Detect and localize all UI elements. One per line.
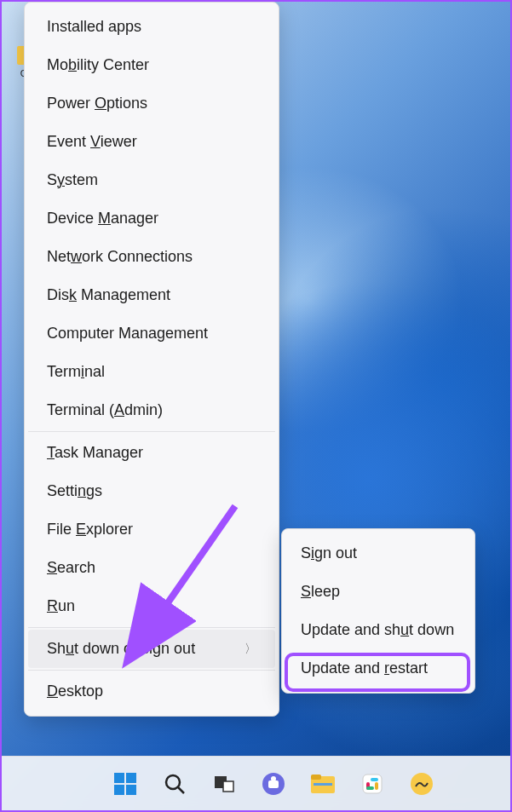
slack-icon[interactable] (358, 769, 387, 798)
svg-rect-11 (268, 780, 279, 788)
app-icon[interactable] (407, 769, 436, 798)
svg-rect-15 (314, 783, 332, 786)
menu-item-label: Terminal (47, 363, 105, 381)
menu-item-label: Update and shut down (301, 621, 454, 638)
menu-item-mobility-center[interactable]: Mobility Center (28, 46, 275, 84)
svg-rect-2 (114, 773, 124, 783)
menu-item-label: Sleep (301, 583, 340, 600)
menu-item-settings[interactable]: Settings (28, 472, 275, 510)
menu-separator (28, 627, 275, 628)
submenu-item-update-and-restart[interactable]: Update and restart (285, 649, 471, 688)
menu-item-label: System (47, 171, 98, 189)
svg-line-7 (178, 787, 184, 793)
menu-item-label: Event Viewer (47, 133, 137, 151)
menu-item-disk-management[interactable]: Disk Management (28, 276, 275, 314)
menu-item-installed-apps[interactable]: Installed apps (28, 8, 275, 46)
menu-item-power-options[interactable]: Power Options (28, 84, 275, 123)
search-icon[interactable] (160, 769, 189, 798)
menu-item-search[interactable]: Search (28, 549, 275, 587)
menu-item-terminal-admin[interactable]: Terminal (Admin) (28, 391, 275, 429)
start-button[interactable] (111, 769, 140, 798)
menu-item-label: Shut down or sign out (47, 640, 195, 658)
svg-rect-18 (371, 778, 378, 781)
menu-item-network-connections[interactable]: Network Connections (28, 238, 275, 276)
menu-item-desktop[interactable]: Desktop (28, 672, 275, 711)
menu-item-run[interactable]: Run (28, 587, 275, 625)
menu-separator (28, 670, 275, 671)
menu-item-computer-management[interactable]: Computer Management (28, 314, 275, 353)
menu-item-file-explorer[interactable]: File Explorer (28, 510, 275, 549)
teams-icon[interactable] (259, 769, 288, 798)
menu-item-label: Run (47, 597, 75, 615)
svg-rect-9 (223, 781, 233, 792)
menu-item-label: Update and restart (301, 659, 428, 677)
menu-item-label: Search (47, 559, 95, 577)
svg-rect-20 (366, 786, 374, 790)
menu-item-device-manager[interactable]: Device Manager (28, 199, 275, 238)
menu-item-label: Disk Management (47, 286, 170, 304)
menu-item-event-viewer[interactable]: Event Viewer (28, 123, 275, 161)
submenu-item-sign-out[interactable]: Sign out (285, 534, 471, 573)
menu-item-label: Settings (47, 482, 102, 500)
menu-item-label: File Explorer (47, 521, 133, 538)
menu-item-label: Installed apps (47, 18, 141, 36)
svg-rect-5 (126, 785, 136, 795)
menu-item-label: Task Manager (47, 444, 143, 462)
task-view-icon[interactable] (210, 769, 239, 798)
svg-rect-3 (126, 773, 136, 783)
menu-item-label: Desktop (47, 682, 103, 700)
menu-item-label: Network Connections (47, 248, 193, 266)
svg-rect-19 (375, 782, 378, 790)
winx-context-menu: Installed appsMobility CenterPower Optio… (24, 2, 279, 717)
file-explorer-icon[interactable] (308, 769, 337, 798)
menu-item-label: Computer Management (47, 325, 208, 343)
menu-item-label: Mobility Center (47, 56, 149, 74)
menu-item-label: Power Options (47, 95, 147, 112)
submenu-item-sleep[interactable]: Sleep (285, 573, 471, 611)
submenu-item-update-and-shut-down[interactable]: Update and shut down (285, 611, 471, 649)
svg-point-12 (271, 776, 276, 781)
svg-rect-14 (311, 775, 321, 780)
svg-rect-16 (363, 775, 382, 793)
chevron-right-icon: 〉 (244, 642, 256, 657)
menu-item-label: Device Manager (47, 210, 158, 227)
menu-item-terminal[interactable]: Terminal (28, 353, 275, 391)
svg-rect-4 (114, 785, 124, 795)
shutdown-submenu: Sign outSleepUpdate and shut downUpdate … (281, 528, 475, 694)
svg-point-6 (166, 775, 180, 789)
menu-separator (28, 431, 275, 432)
menu-item-label: Terminal (Admin) (47, 401, 163, 419)
menu-item-task-manager[interactable]: Task Manager (28, 434, 275, 472)
taskbar (2, 756, 510, 810)
menu-item-shut-down-or-sign-out[interactable]: Shut down or sign out〉 (28, 630, 275, 668)
menu-item-label: Sign out (301, 544, 357, 561)
menu-item-system[interactable]: System (28, 161, 275, 199)
